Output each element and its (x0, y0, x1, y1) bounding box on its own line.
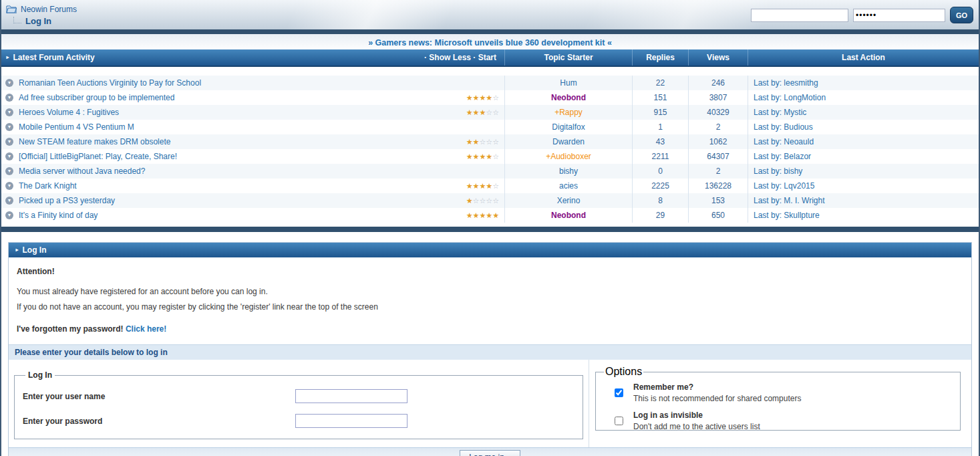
topic-balloon-icon[interactable] (5, 123, 13, 131)
topic-balloon-icon[interactable] (5, 197, 13, 205)
login-fieldset: Log In Enter your user name Enter your p… (14, 370, 583, 439)
column-header-views: Views (688, 49, 748, 66)
topic-starter-link[interactable]: Neobond (551, 211, 586, 220)
log-me-in-button[interactable]: Log me in » (460, 450, 520, 456)
topic-starter-link[interactable]: Neobond (551, 93, 586, 102)
topic-link[interactable]: It's a Finity kind of day (19, 208, 98, 223)
topic-link[interactable]: Heroes Volume 4 : Fugitives (19, 105, 119, 120)
topic-rating-stars: ★★☆☆☆ (466, 134, 499, 149)
last-action-link[interactable]: Last by: Budious (754, 122, 813, 132)
last-action-link[interactable]: Last by: Neoauld (754, 137, 814, 146)
options-fieldset: Options Remember me? This is not recomme… (595, 366, 961, 431)
login-fieldset-legend: Log In (25, 370, 55, 380)
remember-me-checkbox[interactable] (615, 388, 623, 397)
username-field[interactable] (295, 389, 407, 403)
last-action-link[interactable]: Last by: M. I. Wright (754, 196, 824, 205)
username-label: Enter your user name (23, 392, 295, 401)
table-row: Media server without Java needed? bishy … (1, 164, 979, 179)
column-header-last-action: Last Action (748, 49, 979, 66)
replies-count: 8 (658, 196, 663, 205)
password-field[interactable] (295, 414, 407, 428)
table-row: Ad free subscriber group to be implement… (1, 90, 979, 105)
quick-login-form: GO (751, 7, 973, 23)
table-row: It's a Finity kind of day ★★★★★ Neobond … (1, 208, 979, 223)
replies-count: 29 (656, 211, 665, 220)
column-header-replies: Replies (632, 49, 688, 66)
topic-starter-link[interactable]: Dwarden (552, 137, 585, 146)
topic-balloon-icon[interactable] (5, 79, 13, 87)
replies-count: 2225 (651, 181, 669, 191)
views-count: 40329 (707, 108, 729, 117)
table-row: Romanian Teen Auctions Virginity to Pay … (1, 76, 979, 90)
topic-balloon-icon[interactable] (5, 211, 13, 219)
topic-link[interactable]: Ad free subscriber group to be implement… (19, 90, 174, 105)
last-action-link[interactable]: Last by: LongMotion (754, 93, 826, 102)
topic-starter-link[interactable]: +Audioboxer (546, 152, 591, 161)
table-spacer (1, 67, 979, 76)
topic-rating-stars: ★★★☆☆ (466, 105, 499, 120)
last-action-link[interactable]: Last by: Mystic (754, 108, 806, 117)
forgot-password-link[interactable]: Click here! (126, 324, 166, 334)
topic-balloon-icon[interactable] (5, 152, 13, 160)
topic-link[interactable]: Media server without Java needed? (19, 164, 145, 179)
options-fieldset-legend: Options (604, 366, 643, 378)
details-bar: Please enter your details below to log i… (9, 344, 971, 360)
activity-table-header: ‣Latest Forum Activity · Show Less · Sta… (1, 49, 979, 67)
last-action-link[interactable]: Last by: Lqv2015 (754, 181, 814, 191)
topic-link[interactable]: [Official] LittleBigPlanet: Play, Create… (19, 149, 177, 164)
submit-bar: Log me in » (9, 447, 971, 456)
section-gap (1, 232, 979, 242)
invisible-checkbox[interactable] (615, 417, 623, 425)
show-less-start-links[interactable]: · Show Less · Start (424, 49, 496, 66)
breadcrumb-current-page: Log In (25, 16, 51, 26)
topic-balloon-icon[interactable] (5, 108, 13, 116)
topic-balloon-icon[interactable] (5, 138, 13, 146)
views-count: 153 (711, 196, 725, 205)
topic-link[interactable]: New STEAM feature makes DRM obsolete (19, 134, 170, 149)
topic-link[interactable]: Picked up a PS3 yesterday (19, 193, 115, 208)
table-row: Picked up a PS3 yesterday ★☆☆☆☆ Xerino 8… (1, 193, 979, 208)
topic-rating-stars: ★★★★☆ (466, 179, 499, 193)
topic-starter-link[interactable]: Xerino (557, 196, 581, 205)
login-form-area: Log In Enter your user name Enter your p… (9, 360, 971, 447)
go-button[interactable]: GO (950, 7, 973, 23)
topic-link[interactable]: Mobile Pentium 4 VS Pentium M (19, 120, 134, 134)
options-column: Options Remember me? This is not recomme… (589, 360, 971, 447)
topic-balloon-icon[interactable] (5, 167, 13, 175)
login-panel: ‣Log In Attention! You must already have… (8, 242, 972, 456)
views-count: 2 (716, 166, 721, 176)
replies-count: 1 (658, 122, 663, 132)
invisible-note: Don't add me to the active users list (633, 422, 952, 431)
topic-balloon-icon[interactable] (5, 182, 13, 190)
breadcrumb-forum-link[interactable]: Neowin Forums (21, 5, 77, 14)
replies-count: 915 (653, 108, 667, 117)
last-action-link[interactable]: Last by: Skullpture (754, 211, 820, 220)
attention-title: Attention! (17, 267, 963, 276)
quick-password-input[interactable] (853, 9, 945, 22)
table-row: Heroes Volume 4 : Fugitives ★★★☆☆ +Rappy… (1, 105, 979, 120)
topic-starter-link[interactable]: +Rappy (554, 108, 583, 117)
topic-link[interactable]: Romanian Teen Auctions Virginity to Pay … (19, 76, 201, 90)
replies-count: 43 (656, 137, 665, 146)
quick-username-input[interactable] (751, 9, 848, 22)
last-action-link[interactable]: Last by: bishy (754, 166, 802, 176)
login-fields-column: Log In Enter your user name Enter your p… (9, 360, 589, 447)
news-link[interactable]: » Gamers news: Microsoft unveils blue 36… (368, 38, 612, 47)
remember-me-label: Remember me? (633, 382, 952, 392)
topic-starter-link[interactable]: acies (559, 181, 578, 191)
topic-starter-link[interactable]: Hum (560, 78, 577, 88)
news-bar: » Gamers news: Microsoft unveils blue 36… (1, 34, 979, 49)
views-count: 246 (711, 78, 725, 88)
topic-link[interactable]: The Dark Knight (19, 179, 77, 193)
divider-bar-bottom (1, 227, 979, 232)
table-row: New STEAM feature makes DRM obsolete ★★☆… (1, 134, 979, 149)
remember-me-note: This is not recommended for shared compu… (633, 394, 952, 403)
last-action-link[interactable]: Last by: Belazor (754, 152, 811, 161)
invisible-label: Log in as invisible (633, 411, 952, 420)
views-count: 1062 (709, 137, 727, 146)
topic-starter-link[interactable]: bishy (559, 166, 578, 176)
login-attention-block: Attention! You must already have registe… (9, 257, 971, 344)
topic-starter-link[interactable]: Digitalfox (552, 122, 585, 132)
last-action-link[interactable]: Last by: leesmithg (754, 78, 818, 88)
topic-balloon-icon[interactable] (5, 94, 13, 102)
